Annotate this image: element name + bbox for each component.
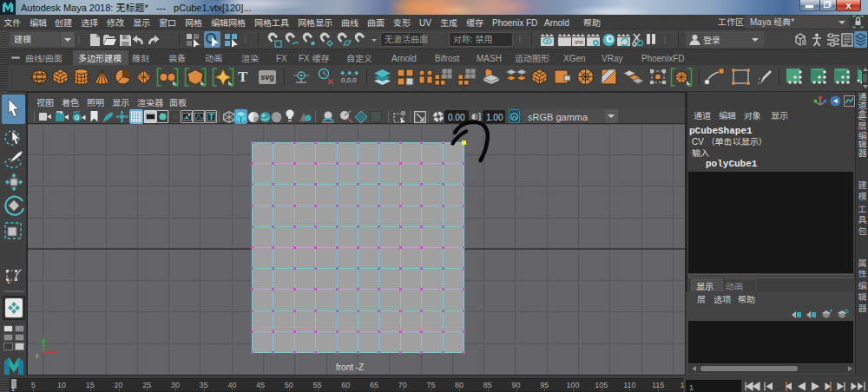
svg-text:IPR: IPR [575, 40, 584, 45]
svg-text:y: y [36, 352, 39, 359]
